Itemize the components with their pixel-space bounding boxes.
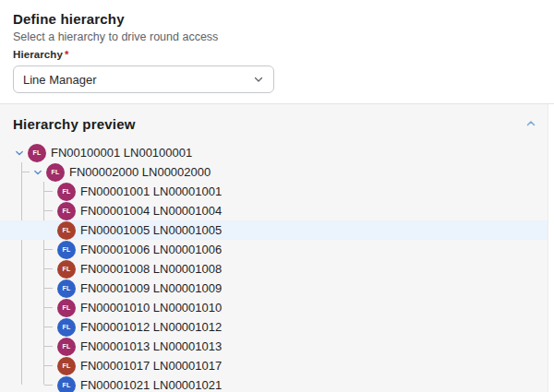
tree-row[interactable]: FLFN00100001 LN00100001: [0, 143, 548, 162]
avatar: FL: [46, 163, 65, 182]
tree-row[interactable]: FLFN00001010 LN00001010: [0, 298, 548, 317]
tree-node-label: FN00001010 LN00001010: [80, 301, 222, 315]
hierarchy-select-value: Line Manager: [23, 73, 97, 87]
tree-row[interactable]: FLFN00001021 LN00001021: [0, 375, 548, 392]
avatar: FL: [57, 202, 76, 220]
tree-row[interactable]: FLFN00001017 LN00001017: [0, 356, 548, 375]
tree-node-label: FN00001001 LN00001001: [80, 184, 222, 198]
tree-row[interactable]: FLFN00001006 LN00001006: [0, 240, 548, 259]
page-subtitle: Select a hierarchy to drive round access: [13, 30, 539, 44]
chevron-up-icon[interactable]: [524, 117, 537, 130]
tree-node-label: FN00002000 LN00002000: [69, 165, 211, 179]
tree-row[interactable]: FLFN00001008 LN00001008: [0, 259, 548, 279]
tree-node-label: FN00001009 LN00001009: [80, 281, 222, 295]
avatar: FL: [28, 144, 46, 162]
tree-node-label: FN00001013 LN00001013: [80, 339, 222, 353]
tree-row[interactable]: FLFN00002000 LN00002000: [0, 162, 548, 182]
avatar: FL: [57, 241, 76, 259]
chevron-down-icon[interactable]: [13, 147, 26, 160]
tree-row[interactable]: FLFN00001001 LN00001001: [0, 182, 548, 201]
avatar: FL: [57, 338, 76, 356]
avatar: FL: [57, 260, 76, 279]
avatar: FL: [57, 183, 76, 201]
preview-title: Hierarchy preview: [13, 115, 136, 133]
avatar: FL: [57, 376, 76, 392]
avatar: FL: [57, 357, 76, 375]
tree-node-label: FN00001008 LN00001008: [80, 262, 222, 276]
preview-header: Hierarchy preview: [0, 104, 554, 133]
tree-node-label: FN00001012 LN00001012: [80, 320, 222, 334]
avatar: FL: [57, 299, 76, 317]
chevron-down-icon[interactable]: [31, 166, 44, 179]
hierarchy-select[interactable]: Line Manager: [13, 65, 274, 93]
chevron-down-icon: [253, 74, 264, 85]
avatar: FL: [57, 221, 76, 240]
tree-row[interactable]: FLFN00001004 LN00001004: [0, 201, 548, 220]
hierarchy-field-label-text: Hierarchy: [13, 49, 63, 60]
hierarchy-tree: FLFN00100001 LN00100001FLFN00002000 LN00…: [0, 143, 548, 392]
avatar: FL: [57, 279, 76, 298]
tree-node-label: FN00001017 LN00001017: [80, 359, 222, 373]
tree-node-label: FN00001005 LN00001005: [80, 223, 222, 237]
avatar: FL: [57, 318, 76, 337]
tree-row[interactable]: FLFN00001005 LN00001005: [0, 220, 548, 240]
required-asterisk: *: [65, 49, 69, 60]
scrollbar-track[interactable]: [548, 104, 554, 392]
page-title: Define hierarchy: [13, 10, 539, 28]
hierarchy-field-label: Hierarchy*: [13, 48, 539, 61]
tree-node-label: FN00001006 LN00001006: [80, 243, 222, 256]
tree-node-label: FN00100001 LN00100001: [51, 146, 192, 160]
tree-node-label: FN00001004 LN00001004: [80, 204, 222, 218]
define-hierarchy-section: Define hierarchy Select a hierarchy to d…: [0, 0, 554, 93]
tree-row[interactable]: FLFN00001013 LN00001013: [0, 337, 548, 356]
hierarchy-preview-section: Hierarchy preview FLFN00100001 LN0010000…: [0, 104, 554, 392]
tree-node-label: FN00001021 LN00001021: [80, 378, 222, 392]
tree-row[interactable]: FLFN00001012 LN00001012: [0, 317, 548, 337]
tree-row[interactable]: FLFN00001009 LN00001009: [0, 279, 548, 298]
